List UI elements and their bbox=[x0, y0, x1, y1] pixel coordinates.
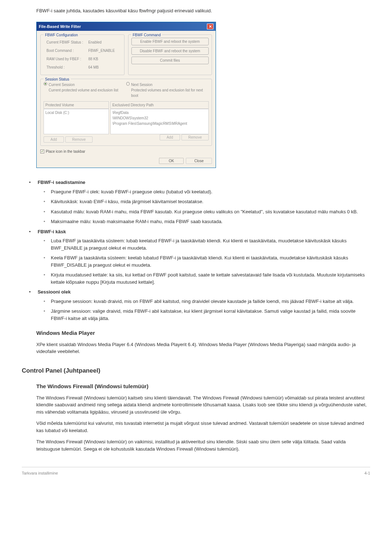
list-item: Keela FBWF ja taaskäivita süsteem: keela… bbox=[44, 254, 370, 268]
firewall-p3: The Windows Firewall (Windowsi tulemüür)… bbox=[36, 438, 370, 452]
ram-label: RAM Used by FBEF : bbox=[44, 55, 85, 63]
wmp-text: XPe klient sisaldab Windows Media Player… bbox=[36, 341, 370, 355]
firewall-p2: Võid mõelda tulemüürist kui valvurist, m… bbox=[36, 420, 370, 434]
radio2-label: Next Session bbox=[131, 82, 209, 87]
radio1-sub: Current protected volume and exclusion l… bbox=[49, 87, 118, 93]
add-volume-button[interactable]: Add bbox=[44, 136, 64, 143]
status-value: Enabled bbox=[86, 38, 117, 46]
commit-files-button[interactable]: Commit files bbox=[131, 57, 209, 64]
footer-right: 4-1 bbox=[364, 470, 370, 476]
list-item: Kirjuta muudatused kettale: ka siis, kui… bbox=[44, 271, 370, 286]
close-button[interactable]: Close bbox=[186, 158, 212, 164]
fbwf-config-fieldset: FBWF Configuration Current FBWF Status :… bbox=[40, 34, 124, 75]
feature-list: FBWF-i seadistamine Praegune FBWF-i olek… bbox=[36, 179, 370, 322]
current-session-radio[interactable]: Current Session Current protected volume… bbox=[44, 82, 126, 93]
list-item: Järgmine sessioon: valige draivid, mida … bbox=[44, 308, 370, 322]
control-panel-heading: Control Panel (Juhtpaneel) bbox=[22, 366, 370, 376]
boot-label: Boot Command : bbox=[44, 47, 85, 54]
radio1-label: Current Session bbox=[49, 82, 118, 87]
protected-volume-list[interactable]: Local Disk (C:) bbox=[44, 109, 109, 134]
exclusived-dir-header: Exclusived Directory Path bbox=[110, 101, 209, 109]
threshold-label: Threshold : bbox=[44, 63, 85, 71]
fbwf-command-fieldset: FBWF Command Enable FBWF and reboot the … bbox=[128, 34, 212, 75]
list-item: Local Disk (C:) bbox=[45, 110, 107, 115]
wmp-heading: Windows Media Player bbox=[36, 329, 370, 337]
list-item: Maksimaalne mälu: kuvab maksimaalse RAM-… bbox=[44, 218, 370, 225]
firewall-heading: The Windows Firewall (Windowsi tulemüür) bbox=[36, 382, 370, 391]
list-heading: FBWF-i käsk bbox=[38, 229, 66, 234]
taskbar-label: Place icon in the taskbar bbox=[46, 149, 85, 154]
firewall-p1: The Windows Firewall (Windowsi tulemüür)… bbox=[36, 394, 370, 416]
remove-dir-button[interactable]: Remove bbox=[181, 134, 209, 140]
fbwf-dialog: File-Based Write Filter ✕ FBWF Configura… bbox=[36, 22, 216, 168]
list-item: \WINDOWS\system32 bbox=[112, 115, 207, 121]
footer-left: Tarkvara installimine bbox=[22, 470, 58, 476]
checkbox-icon: ✓ bbox=[40, 149, 44, 153]
dialog-title: File-Based Write Filter bbox=[39, 24, 81, 30]
list-heading: Sessiooni olek bbox=[38, 289, 71, 295]
remove-volume-button[interactable]: Remove bbox=[65, 136, 93, 143]
disable-fbwf-button[interactable]: Disable FBWF and reboot the system bbox=[131, 47, 209, 55]
session-legend: Session Status bbox=[44, 77, 71, 82]
radio-icon bbox=[44, 82, 47, 86]
list-item: Praegune FBWF-i olek: kuvab FBWF-i praeg… bbox=[44, 188, 370, 196]
page-footer: Tarkvara installimine 4-1 bbox=[22, 467, 370, 476]
boot-value: FBWF_ENABLE bbox=[86, 47, 117, 54]
list-item: Kasutatud mälu: kuvab RAM-i mahu, mida F… bbox=[44, 208, 370, 216]
add-dir-button[interactable]: Add bbox=[160, 134, 180, 140]
list-item: \Program Files\Samsung\MagicRMS\MRAgent bbox=[112, 121, 207, 126]
radio2-sub: Protected volumes and exclusion list for… bbox=[131, 87, 209, 98]
close-icon[interactable]: ✕ bbox=[207, 24, 213, 29]
ok-button[interactable]: OK bbox=[159, 158, 184, 164]
list-item: Praegune sessioon: kuvab draivid, mis on… bbox=[44, 298, 370, 305]
enable-fbwf-button[interactable]: Enable FBWF and reboot the system bbox=[131, 38, 209, 45]
list-item: \RegfData bbox=[112, 110, 207, 115]
protected-volume-header: Protected Volume bbox=[44, 101, 109, 109]
next-session-radio[interactable]: Next Session Protected volumes and exclu… bbox=[126, 82, 209, 98]
command-legend: FBWF Command bbox=[131, 32, 162, 38]
list-item: Käivituskäsk: kuvab EWF-i käsu, mida jär… bbox=[44, 198, 370, 205]
dialog-titlebar: File-Based Write Filter ✕ bbox=[37, 22, 216, 31]
ram-value: 88 KB bbox=[86, 55, 117, 63]
status-label: Current FBWF Status : bbox=[44, 38, 85, 46]
threshold-value: 64 MB bbox=[86, 63, 117, 71]
exclusived-dir-list[interactable]: \RegfData \WINDOWS\system32 \Program Fil… bbox=[110, 109, 209, 134]
list-item: Luba FBWF ja taaskäivita süsteem: lubab … bbox=[44, 237, 370, 251]
radio-icon bbox=[126, 82, 130, 86]
config-legend: FBWF Configuration bbox=[44, 32, 79, 38]
list-heading: FBWF-i seadistamine bbox=[38, 180, 85, 185]
taskbar-checkbox[interactable]: ✓ Place icon in the taskbar bbox=[40, 149, 212, 154]
intro-text: FBWF-i saate juhtida, kasutades käsuviib… bbox=[36, 7, 370, 15]
session-status-fieldset: Session Status Current Session Current p… bbox=[40, 79, 212, 146]
